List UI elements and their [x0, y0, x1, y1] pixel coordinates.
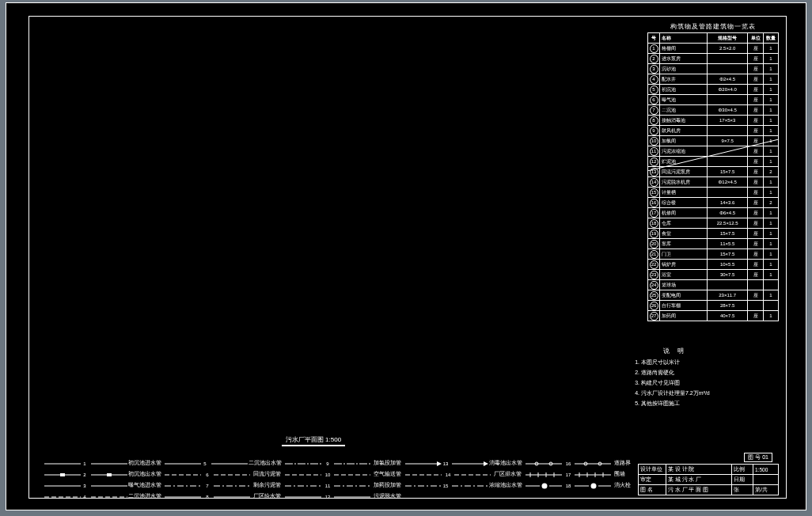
legend-line-icon: [285, 483, 321, 489]
table-row: 12贮泥池座1: [648, 157, 779, 167]
table-row: 17机修间Φ6×4.5座1: [648, 208, 779, 218]
cad-canvas: 构筑物及管路建筑物一览表 号 名称 规格型号 单位 数量 1格栅间2.5×2.0…: [6, 3, 806, 510]
legend-num: 10: [324, 472, 331, 477]
parts-list-header: 号 名称 规格型号 单位 数量: [648, 33, 779, 44]
legend-label: 加氯投加管: [374, 460, 401, 467]
legend-line-icon: [334, 483, 370, 489]
col-qty: 数量: [763, 33, 778, 44]
title-block-row: 图 名 污 水 厂 平 面 图 张 第/共: [639, 485, 779, 495]
legend-line-icon: [285, 472, 321, 478]
legend-item: 9加氯投加管: [285, 458, 402, 469]
title-block: 图 号 01 设计单位 某 设 计 院 比例 1:500 审定 某 城 污 水 …: [638, 464, 779, 495]
svg-marker-8: [437, 461, 442, 466]
legend-line-icon: [575, 461, 611, 467]
tb-cell: 日期: [732, 475, 753, 485]
table-row: 23浴室30×7.5座1: [648, 270, 779, 280]
legend-num: 3: [82, 484, 88, 488]
legend-line-icon: [91, 483, 125, 489]
legend-num: 9: [324, 461, 331, 466]
col-spec: 规格型号: [708, 33, 748, 44]
legend-num: 11: [324, 484, 331, 488]
legend-line-icon: [91, 472, 125, 478]
legend-item: 14厂区排水管: [405, 469, 522, 480]
legend-num: 1: [82, 461, 88, 466]
tb-cell: 张: [732, 485, 753, 495]
legend-line-icon: [214, 494, 250, 500]
notes-block: 说 明 本图尺寸以米计道路尚需硬化构建尺寸见详图污水厂设计处理量7.2万m³/d…: [632, 347, 719, 410]
notes-item: 本图尺寸以米计: [641, 359, 719, 366]
legend-line-icon: [211, 461, 245, 467]
table-row: 10加氯间9×7.5座1: [648, 136, 779, 146]
legend-item: 18消火栓: [526, 480, 643, 491]
legend-item: 15浓缩池出水管: [405, 480, 522, 491]
table-row: 5初沉池Φ20×4.0座1: [648, 85, 779, 95]
legend-line-icon: [165, 461, 199, 467]
svg-point-46: [542, 483, 548, 488]
tb-cell: 第/共: [753, 485, 779, 495]
tb-cell: 某 城 污 水 厂: [666, 475, 732, 485]
table-row: 26自行车棚28×7.5: [648, 301, 779, 311]
legend-num: 18: [565, 484, 571, 488]
legend-line-icon: [214, 483, 250, 489]
legend-num: 7: [204, 484, 211, 488]
legend-line-icon: [405, 472, 442, 478]
legend-label: 二沉池进水管: [128, 493, 161, 500]
parts-list: 号 名称 规格型号 单位 数量 1格栅间2.5×2.0座12进水泵房座13沉砂池…: [647, 32, 779, 321]
legend-line-icon: [334, 461, 370, 467]
legend-label: 剩余污泥管: [253, 482, 281, 489]
legend-line-icon: [334, 472, 370, 478]
legend-line-icon: [165, 472, 201, 478]
table-row: 16综合楼14×3.6座2: [648, 198, 779, 208]
table-row: 14污泥脱水机房Φ12×4.5座1: [648, 177, 779, 188]
legend-num: 16: [565, 461, 571, 466]
tb-cell: [753, 475, 779, 485]
legend-line-icon: [334, 494, 370, 500]
legend-item: 17围墙: [526, 469, 643, 480]
legend-num: 13: [442, 461, 449, 466]
notes-item: 其他按详图施工: [641, 400, 719, 408]
legend-line-icon: [575, 472, 611, 478]
table-row: 11污泥浓缩池座1: [648, 146, 779, 157]
col-name: 名称: [660, 33, 708, 44]
legend-line-icon: [91, 494, 125, 500]
legend-num: 17: [565, 472, 571, 477]
legend-label: 消火栓: [614, 482, 631, 489]
legend-label: 空气输送管: [374, 471, 401, 478]
legend-line-icon: [452, 483, 486, 489]
legend-line-icon: [91, 461, 125, 467]
legend-num: 14: [445, 472, 451, 477]
legend-label: 浓缩池出水管: [489, 482, 522, 489]
table-row: 13回流污泥泵房15×7.5座2: [648, 167, 779, 177]
legend-line-icon: [452, 461, 486, 467]
legend-line-icon: [526, 472, 562, 478]
legend-label: 厂区排水管: [494, 471, 522, 478]
legend-line-icon: [44, 472, 78, 478]
notes-list: 本图尺寸以米计道路尚需硬化构建尺寸见详图污水厂设计处理量7.2万m³/d其他按详…: [632, 359, 719, 408]
legend-item: 4二沉池进水管: [44, 491, 161, 502]
tb-cell: 图 名: [639, 485, 666, 495]
legend-label: 厂区给水管: [253, 493, 281, 500]
legend-label: 消毒池出水管: [489, 460, 522, 467]
legend-num: 8: [204, 495, 211, 499]
table-row: 22锅炉房10×5.5座1: [648, 260, 779, 270]
legend-item: 7剩余污泥管: [165, 480, 282, 491]
notes-item: 污水厂设计处理量7.2万m³/d: [641, 389, 719, 397]
plan-title-text: 污水厂平面图 1:500: [286, 436, 341, 443]
legend-num: 12: [324, 495, 331, 499]
tb-cell: 审定: [639, 475, 666, 485]
tb-cell: 设计单位: [639, 465, 666, 475]
legend-item: 6回流污泥管: [165, 469, 282, 480]
title-block-row: 审定 某 城 污 水 厂 日期: [639, 475, 779, 485]
legend-item: 11加药投加管: [285, 480, 402, 491]
legend-item: 16道路界: [526, 458, 643, 469]
tb-cell: 污 水 厂 平 面 图: [666, 485, 732, 495]
table-row: 20车库11×5.5座1: [648, 239, 779, 249]
legend-line-icon: [285, 494, 321, 500]
legend-item: [405, 491, 522, 502]
legend-label: 道路界: [614, 460, 631, 467]
legend-num: 4: [82, 495, 88, 499]
legend-num: 2: [82, 472, 88, 477]
svg-point-49: [591, 483, 597, 488]
table-row: 24篮球场: [648, 280, 779, 290]
legend-line-icon: [214, 472, 250, 478]
